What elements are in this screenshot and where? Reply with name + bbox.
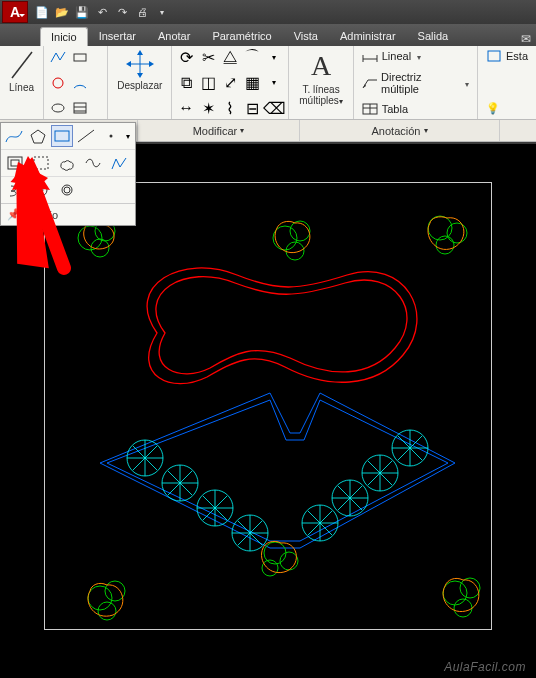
drawing-svg (45, 183, 493, 631)
mail-icon[interactable]: ✉ (516, 32, 536, 46)
svg-marker-21 (100, 393, 455, 548)
quick-access-toolbar: 📄 📂 💾 ↶ ↷ 🖨 ▾ (34, 4, 170, 20)
tab-administrar[interactable]: Administrar (329, 26, 407, 46)
directriz-button[interactable]: Directriz múltiple (358, 69, 473, 97)
watermark: AulaFacil.com (444, 660, 526, 674)
offset-icon[interactable]: ◫ (198, 74, 218, 92)
leader-icon (362, 77, 377, 89)
sheet-icon (486, 50, 502, 62)
copy-icon[interactable]: ⧉ (176, 74, 196, 92)
rectangle-icon[interactable] (51, 125, 73, 147)
tab-inicio[interactable]: Inicio (40, 27, 88, 46)
redo-icon[interactable]: ↷ (114, 4, 130, 20)
xline-icon[interactable] (75, 125, 97, 147)
svg-marker-9 (137, 50, 143, 55)
polygon-icon[interactable] (27, 125, 49, 147)
ellipse-icon[interactable] (48, 99, 68, 117)
svg-marker-12 (149, 61, 154, 67)
tab-parametrico[interactable]: Paramétrico (201, 26, 282, 46)
scale-icon[interactable]: ⤢ (220, 74, 240, 92)
ribbon-tabs: Inicio Insertar Anotar Paramétrico Vista… (0, 24, 536, 46)
move-icon[interactable] (126, 50, 154, 78)
trim-icon[interactable]: ✂ (198, 48, 218, 66)
tab-salida[interactable]: Salida (407, 26, 460, 46)
tab-vista[interactable]: Vista (283, 26, 329, 46)
panel-modify: ⟳ ✂ ⧋ ⌒ ▾ ⧉ ◫ ⤢ ▦ ▾ ↔ ✶ ⌇ ⊟ ⌫ (172, 46, 289, 119)
panel-linea: Línea (0, 46, 44, 119)
svg-marker-11 (126, 61, 131, 67)
callout-arrow (6, 156, 86, 276)
explode-icon[interactable]: ✶ (198, 99, 218, 117)
panel-desplazar: Desplazar (108, 46, 172, 119)
svg-marker-81 (31, 130, 45, 143)
line-icon[interactable] (10, 50, 34, 80)
desplazar-label: Desplazar (117, 80, 162, 91)
join-icon[interactable]: ⌇ (220, 99, 240, 117)
svg-point-78 (443, 581, 467, 605)
app-menu-button[interactable]: A (2, 1, 28, 23)
svg-rect-20 (488, 51, 500, 61)
svg-point-3 (52, 104, 64, 112)
qat-dropdown-icon[interactable]: ▾ (154, 4, 170, 20)
svg-point-77 (98, 602, 116, 620)
svg-line-83 (78, 130, 94, 142)
modificar-panel-label[interactable]: Modificar ▾ (138, 120, 300, 141)
ribbon: Línea Desplazar ⟳ ✂ (0, 46, 536, 120)
table-icon (362, 103, 378, 115)
rect-icon[interactable] (70, 48, 90, 66)
break-icon[interactable]: ⊟ (242, 99, 262, 117)
mtext-label: T. líneas múltiples▾ (299, 84, 342, 107)
svg-line-0 (12, 52, 32, 78)
linea-label: Línea (9, 82, 34, 93)
svg-point-2 (53, 78, 63, 88)
stretch-icon[interactable]: ↔ (176, 99, 196, 117)
point-icon[interactable] (100, 125, 122, 147)
lineal-button[interactable]: Lineal (358, 48, 473, 64)
bulb-icon[interactable]: 💡 (482, 100, 532, 117)
save-icon[interactable]: 💾 (74, 4, 90, 20)
new-icon[interactable]: 📄 (34, 4, 50, 20)
svg-point-67 (290, 221, 310, 241)
panel-text: A T. líneas múltiples▾ (289, 46, 353, 119)
array-icon[interactable]: ▦ (242, 74, 262, 92)
rotate-icon[interactable]: ⟳ (176, 48, 196, 66)
open-icon[interactable]: 📂 (54, 4, 70, 20)
chevron-down-icon[interactable]: ▾ (264, 74, 284, 92)
tab-insertar[interactable]: Insertar (88, 26, 147, 46)
svg-rect-1 (74, 54, 86, 61)
polyline-icon[interactable] (48, 48, 68, 66)
svg-point-84 (109, 135, 112, 138)
spline-icon[interactable] (3, 125, 25, 147)
hatch-icon[interactable] (70, 99, 90, 117)
mtext-icon[interactable]: A (311, 50, 331, 82)
panel-annotation-cmds: Lineal Directriz múltiple Tabla (354, 46, 478, 119)
drawing-frame (44, 182, 492, 630)
anotacion-panel-label[interactable]: Anotación ▾ (300, 120, 500, 141)
esta-button[interactable]: Esta (482, 48, 532, 64)
tabla-button[interactable]: Tabla (358, 101, 473, 117)
flyout-drop-icon[interactable]: ▾ (124, 125, 133, 147)
erase-icon[interactable]: ⌫ (264, 99, 284, 117)
print-icon[interactable]: 🖨 (134, 4, 150, 20)
svg-rect-82 (55, 131, 69, 141)
3dpoly-icon[interactable] (107, 152, 131, 174)
tab-anotar[interactable]: Anotar (147, 26, 201, 46)
panel-right-cut: Esta 💡 (478, 46, 536, 119)
fillet-icon[interactable]: ⌒ (242, 48, 262, 66)
titlebar: A 📄 📂 💾 ↶ ↷ 🖨 ▾ (0, 0, 536, 24)
svg-marker-10 (137, 73, 143, 78)
svg-point-76 (105, 581, 125, 601)
arc-icon[interactable] (70, 74, 90, 92)
chevron-down-icon[interactable]: ▾ (264, 48, 284, 66)
mirror-icon[interactable]: ⧋ (220, 48, 240, 66)
panel-draw-small (44, 46, 108, 119)
undo-icon[interactable]: ↶ (94, 4, 110, 20)
circle-icon[interactable] (48, 74, 68, 92)
dimension-icon (362, 50, 378, 62)
